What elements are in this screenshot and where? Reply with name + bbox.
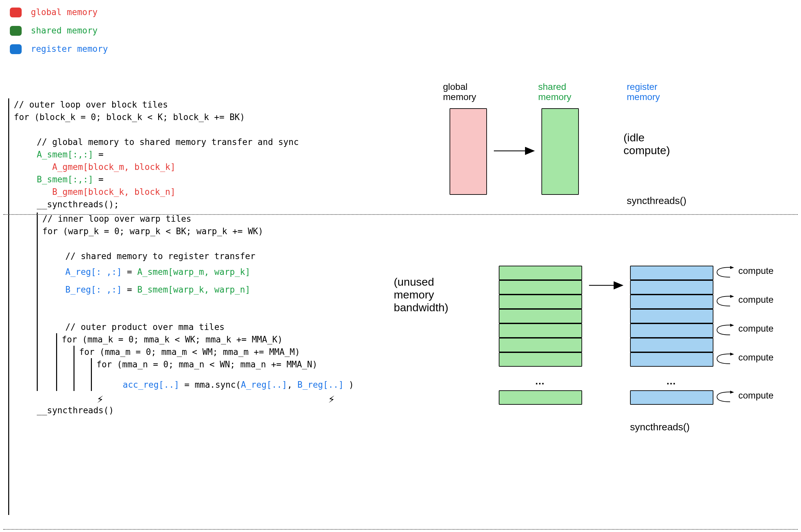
spacer3 <box>42 296 354 308</box>
legend-label-register: register memory <box>31 43 108 55</box>
label-shared-2: memory <box>538 92 571 102</box>
compute-pointer-icon-0 <box>714 264 737 281</box>
token-b-smem: B_smem[:,:] <box>37 174 93 184</box>
label-global-1: global <box>443 82 468 92</box>
ellipsis-green: … <box>535 374 545 388</box>
smem-slice-4 <box>499 323 582 338</box>
label-syncthreads-bottom: syncthreads() <box>630 420 690 434</box>
mma-m-block: for (mma_m = 0; mma_m < WM; mma_m += MMA… <box>74 346 354 391</box>
spacer2 <box>42 238 354 250</box>
arrow-shared-to-register <box>588 279 627 292</box>
diagram-root: global memory shared memory register mem… <box>0 0 801 532</box>
reg-slice-6 <box>630 352 713 367</box>
code-comment-outer-loop: // outer loop over block tiles <box>14 98 354 111</box>
legend-label-global: global memory <box>31 6 98 19</box>
reg-slice-5 <box>630 338 713 352</box>
reg-slice-1 <box>630 280 713 294</box>
reg-slice-0 <box>630 266 713 280</box>
token-eq2: = <box>93 174 109 184</box>
swatch-register <box>10 44 22 54</box>
legend-row-shared: shared memory <box>10 22 108 40</box>
token-b-reg: B_reg[: ,:] <box>65 285 122 294</box>
token-mma-open: = mma.sync( <box>179 380 241 390</box>
label-global-2: memory <box>443 92 476 102</box>
token-comma: , <box>287 380 297 390</box>
smem-slice-2 <box>499 294 582 309</box>
token-a-smem-idx: A_smem[warp_m, warp_k] <box>137 267 250 277</box>
label-register-memory: register memory <box>627 82 660 102</box>
code-for-mma-m: for (mma_m = 0; mma_m < WM; mma_m += MMA… <box>79 346 354 358</box>
note-unused-3: bandwidth) <box>394 301 448 314</box>
label-syncthreads-top: syncthreads() <box>627 193 687 208</box>
token-a-reg: A_reg[: ,:] <box>65 267 122 277</box>
token-eq3: = <box>122 267 137 277</box>
token-b-gmem: B_gmem[block_k, block_n] <box>52 187 175 197</box>
legend-row-register: register memory <box>10 40 108 58</box>
token-mma-close: ) <box>343 380 354 390</box>
reg-slice-3 <box>630 309 713 323</box>
compute-label-1: compute <box>738 294 774 305</box>
divider-2 <box>3 529 798 530</box>
token-a-smem: A_smem[:,:] <box>37 150 93 159</box>
spacer3b <box>42 308 354 321</box>
compute-pointer-icon-3 <box>714 350 737 367</box>
code-syncthreads-1: __syncthreads(); <box>14 198 354 211</box>
note-unused-2: memory <box>394 288 434 301</box>
code-comment-smem-reg: // shared memory to register transfer <box>42 250 354 262</box>
code-for-block-k: for (block_k = 0; block_k < K; block_k +… <box>14 111 354 123</box>
note-idle-1: (idle <box>623 131 645 144</box>
code-block: // outer loop over block tiles for (bloc… <box>8 98 354 515</box>
code-for-mma-n: for (mma_n = 0; mma_n < WN; mma_n += MMA… <box>96 358 354 370</box>
arrow-global-to-shared <box>492 144 538 157</box>
token-a-reg-arg: A_reg[..] <box>241 380 287 390</box>
spacer <box>14 123 354 136</box>
compute-pointer-icon-last <box>714 389 737 405</box>
token-eq4: = <box>122 285 137 294</box>
code-b-smem-assign: B_smem[:,:] = <box>14 173 354 186</box>
box-global-memory <box>450 108 487 195</box>
code-syncthreads-2: __syncthreads() <box>14 404 354 417</box>
smem-slice-1 <box>499 280 582 294</box>
label-shared-1: shared <box>538 82 566 92</box>
compute-label-last: compute <box>738 390 774 401</box>
code-b-gmem: B_gmem[block_k, block_n] <box>14 186 354 198</box>
smem-slice-3 <box>499 309 582 323</box>
legend-label-shared: shared memory <box>31 25 98 37</box>
divider-1 <box>3 214 798 215</box>
box-shared-memory <box>541 108 579 195</box>
legend-row-global: global memory <box>10 3 108 22</box>
code-a-reg-assign: A_reg[: ,:] = A_smem[warp_m, warp_k] <box>42 266 354 278</box>
label-shared-memory: shared memory <box>538 82 571 102</box>
compute-label-3: compute <box>738 352 774 363</box>
mma-n-block: for (mma_n = 0; mma_n < WN; mma_n += MMA… <box>91 358 354 391</box>
token-eq: = <box>93 150 109 159</box>
token-b-reg-arg: B_reg[..] <box>297 380 343 390</box>
code-for-warp-k: for (warp_k = 0; warp_k < BK; warp_k += … <box>42 225 354 238</box>
reg-slice-last <box>630 390 713 405</box>
smem-slice-last <box>499 390 582 405</box>
label-global-memory: global memory <box>443 82 476 102</box>
note-idle-2: compute) <box>623 144 670 156</box>
label-reg-1: register <box>627 82 657 92</box>
bolt-icon-right: ⚡ <box>328 391 335 407</box>
note-unused-1: (unused <box>394 276 434 288</box>
bolt-icon-left: ⚡ <box>97 391 104 407</box>
compute-label-2: compute <box>738 323 774 334</box>
token-acc-reg: acc_reg[..] <box>123 380 179 390</box>
code-b-reg-assign: B_reg[: ,:] = B_smem[warp_k, warp_n] <box>42 283 354 296</box>
swatch-global <box>10 7 22 17</box>
legend: global memory shared memory register mem… <box>10 3 108 58</box>
reg-slice-4 <box>630 323 713 338</box>
reg-slice-2 <box>630 294 713 309</box>
ellipsis-blue: … <box>666 374 676 388</box>
label-reg-2: memory <box>627 92 660 102</box>
code-comment-outer-product: // outer product over mma tiles <box>42 321 354 333</box>
code-mma-sync: acc_reg[..] = mma.sync(A_reg[..], B_reg[… <box>96 379 354 391</box>
token-b-smem-idx: B_smem[warp_k, warp_n] <box>137 285 250 294</box>
smem-slice-6 <box>499 352 582 367</box>
smem-slice-5 <box>499 338 582 352</box>
swatch-shared <box>10 26 22 36</box>
inner-loop-block: // inner loop over warp tiles for (warp_… <box>37 212 354 391</box>
code-comment-gmem-smem: // global memory to shared memory transf… <box>14 136 354 148</box>
mma-k-block: for (mma_k = 0; mma_k < WK; mma_k += MMA… <box>56 333 354 391</box>
